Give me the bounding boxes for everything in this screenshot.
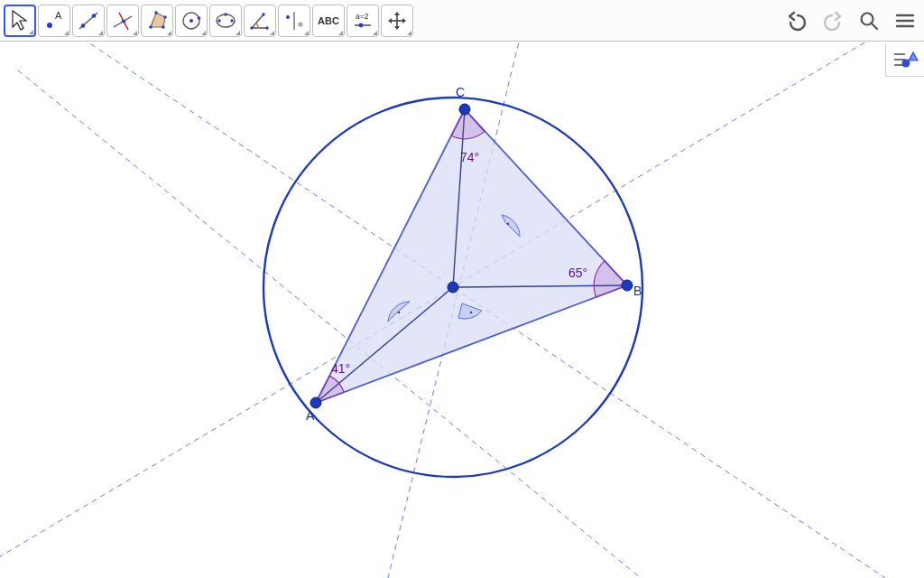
svg-marker-41 <box>909 52 918 61</box>
label-angle-c: 74° <box>460 150 479 164</box>
tool-move-view[interactable] <box>381 5 413 37</box>
svg-point-19 <box>224 13 226 15</box>
svg-point-49 <box>398 312 400 313</box>
redo-icon <box>822 10 844 32</box>
redo-button[interactable] <box>819 7 846 34</box>
svg-point-0 <box>47 23 52 28</box>
svg-point-11 <box>163 15 167 19</box>
svg-point-29 <box>359 23 364 27</box>
line-icon <box>77 9 100 33</box>
svg-point-24 <box>286 15 290 19</box>
svg-point-21 <box>265 26 268 29</box>
point-icon: A <box>42 9 66 33</box>
tool-slider[interactable]: a=2 <box>346 5 379 37</box>
slider-icon: a=2 <box>351 9 374 33</box>
tool-point[interactable]: A <box>38 5 70 37</box>
menu-icon <box>894 10 916 32</box>
svg-point-10 <box>162 25 165 29</box>
svg-point-50 <box>507 223 509 225</box>
label-point-c: C <box>456 85 465 99</box>
svg-point-3 <box>81 23 86 28</box>
circle-center-icon <box>180 9 203 33</box>
menu-button[interactable] <box>892 7 919 34</box>
svg-point-4 <box>92 14 97 18</box>
tool-group: A <box>4 5 413 37</box>
polygon-icon <box>145 9 169 33</box>
svg-point-12 <box>154 11 158 14</box>
search-button[interactable] <box>855 7 882 34</box>
tool-polygon[interactable] <box>141 5 173 37</box>
angle-icon <box>248 9 272 33</box>
tool-ellipse[interactable] <box>209 5 242 37</box>
text-icon-label: ABC <box>318 15 339 26</box>
svg-marker-8 <box>151 13 165 27</box>
svg-line-45 <box>18 70 641 578</box>
label-angle-b: 65° <box>568 266 587 280</box>
point-a[interactable] <box>310 397 321 408</box>
svg-point-7 <box>122 19 125 23</box>
move-view-icon <box>385 9 409 33</box>
perp-icon <box>111 9 134 33</box>
svg-point-51 <box>470 312 472 313</box>
tool-reflect[interactable] <box>278 5 310 37</box>
label-point-a: A <box>306 408 314 423</box>
ellipse-icon <box>214 9 237 33</box>
svg-point-17 <box>217 19 220 22</box>
search-icon <box>858 10 880 32</box>
point-c[interactable] <box>459 104 470 115</box>
undo-icon <box>786 10 808 32</box>
svg-point-15 <box>198 16 201 20</box>
svg-point-9 <box>149 25 152 29</box>
tool-perpendicular[interactable] <box>106 5 139 37</box>
svg-point-18 <box>230 19 233 22</box>
tool-text[interactable]: ABC <box>312 5 345 37</box>
svg-text:A: A <box>55 10 62 21</box>
right-tools <box>783 0 919 42</box>
tool-move[interactable] <box>4 5 36 37</box>
toolbar: A <box>0 0 924 42</box>
label-angle-a: 41° <box>331 361 350 376</box>
tool-line[interactable] <box>72 5 105 37</box>
svg-point-22 <box>262 13 264 15</box>
point-center[interactable] <box>448 282 458 293</box>
point-b[interactable] <box>622 280 633 291</box>
reflect-icon <box>282 9 306 33</box>
svg-text:a=2: a=2 <box>356 12 369 21</box>
style-panel-toggle[interactable] <box>885 43 924 77</box>
undo-button[interactable] <box>783 7 810 34</box>
svg-point-20 <box>250 26 253 29</box>
geometry-canvas[interactable]: A B C 41° 65° 74° <box>0 42 924 578</box>
style-panel-icon <box>892 49 919 70</box>
tool-angle[interactable] <box>244 5 276 37</box>
tool-circle[interactable] <box>175 5 208 37</box>
svg-line-33 <box>872 23 877 29</box>
svg-point-14 <box>189 19 193 23</box>
label-point-b: B <box>633 284 642 298</box>
svg-point-26 <box>300 23 301 25</box>
